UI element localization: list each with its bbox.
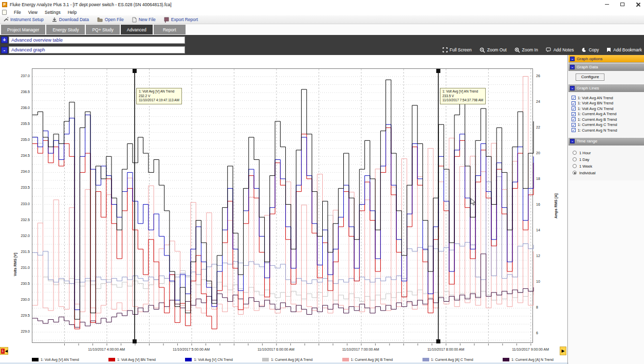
radio-button[interactable] (573, 157, 577, 161)
export-report-button[interactable]: Export Report (164, 17, 198, 23)
legend-item: 1: Current Avg [A] A Trend (262, 358, 312, 361)
new-file-button[interactable]: New File (132, 17, 156, 23)
menu-bar: File View Settings Help (0, 9, 644, 15)
cursor-handle[interactable] (436, 69, 440, 73)
tab-bar: Project ManagerEnergy StudyPQ+ StudyAdva… (0, 24, 644, 35)
radio-button[interactable] (573, 171, 577, 175)
tab[interactable]: Advanced (121, 25, 153, 34)
instrument-setup-button[interactable]: Instrument Setup (3, 17, 44, 22)
collapse-icon[interactable]: - (570, 65, 575, 69)
section-graph-row: - Advanced graph Full Screen Zoom Out Zo… (0, 45, 644, 55)
cursor-tooltip: 1: Volt Avg [V] AN Trend233.5 V11/10/201… (440, 88, 486, 104)
time-range-option: 1 Hour (573, 150, 644, 156)
add-notes-button[interactable]: Add Notes (546, 47, 574, 52)
section-title-overview[interactable]: Advanced overview table (9, 37, 185, 44)
close-button[interactable] (634, 1, 642, 8)
plot-area[interactable]: 1: Volt Avg [V] AN Trend232.2 V11/10/201… (32, 68, 533, 343)
checkbox[interactable]: ✓ (572, 101, 576, 105)
maximize-button[interactable] (618, 1, 627, 8)
menu-view[interactable]: View (28, 10, 38, 15)
y-tick-label-right: 18 (536, 177, 540, 180)
graph-line-row: ✓ 1: Volt Avg AN Trend (572, 95, 644, 101)
open-file-button[interactable]: Open File (97, 17, 124, 22)
y-tick-label-left: 236.0 (13, 106, 30, 110)
time-range-option: Individual (573, 170, 644, 176)
collapse-icon[interactable]: - (1, 47, 8, 53)
minimize-button[interactable] (603, 1, 611, 8)
graph-data-header[interactable]: - Graph Data (568, 63, 644, 71)
graph-line-row: ✓ 1: Current Avg B Trend (572, 117, 644, 122)
zoom-out-button[interactable]: Zoom Out (480, 47, 507, 53)
add-bookmark-button[interactable]: Add Bookmark (606, 47, 642, 52)
graph-line-row: ✓ 1: Current Avg N Trend (572, 128, 644, 133)
section-title-graph[interactable]: Advanced graph (9, 46, 185, 53)
copy-button[interactable]: Copy (581, 47, 599, 52)
bookmark-marker[interactable]: 1 ◀ (0, 347, 8, 355)
collapse-icon[interactable]: - (570, 139, 575, 143)
full-screen-button[interactable]: Full Screen (443, 47, 472, 52)
checkbox[interactable]: ✓ (572, 112, 576, 116)
tab[interactable]: PQ+ Study (86, 25, 119, 34)
graph-lines-list: ✓ 1: Volt Avg AN Trend ✓ 1: Volt Avg BN … (568, 92, 644, 137)
checkbox[interactable]: ✓ (572, 117, 576, 121)
legend-item: 1: Current Avg [A] N Trend (503, 358, 554, 361)
x-tick-label: 11/10/2017 7:00:00 AM (342, 348, 379, 351)
menu-help[interactable]: Help (68, 10, 77, 15)
time-range-header[interactable]: - Time range (568, 138, 644, 145)
y-tick-label-left: 237.0 (13, 74, 30, 78)
y-tick-label-left: 232.0 (13, 234, 30, 238)
y-tick-label-left: 235.5 (13, 122, 30, 125)
legend-swatch (342, 358, 349, 361)
y-tick-label-left: 234.0 (13, 170, 30, 173)
graph-options-header[interactable]: - Graph options (568, 55, 644, 63)
checkbox[interactable]: ✓ (572, 106, 576, 111)
cursor-tooltip: 1: Volt Avg [V] AN Trend232.2 V11/10/201… (136, 88, 182, 104)
report-icon (164, 17, 169, 23)
cursor-handle[interactable] (133, 339, 137, 343)
y-tick-label-left: 229.0 (13, 330, 30, 333)
chart-legend: 1: Volt Avg [V] AN Trend 1: Volt Avg [V]… (32, 356, 554, 363)
fullscreen-icon (443, 47, 448, 52)
checkbox[interactable]: ✓ (572, 123, 576, 127)
time-range-option: 1 Week (573, 163, 644, 170)
collapse-icon[interactable]: - (570, 57, 575, 61)
y-tick-label-left: 233.5 (13, 186, 30, 189)
legend-item: 1: Current Avg [A] B Trend (342, 358, 393, 361)
prev-bookmark-icon: ◀ (5, 349, 8, 354)
expand-icon[interactable]: + (1, 37, 8, 43)
next-bookmark-button[interactable]: ▶ (560, 347, 566, 355)
time-range-option: 1 Day (573, 156, 644, 163)
menu-file[interactable]: File (14, 10, 21, 15)
x-tick-label: 11/10/2017 9:00:00 AM (512, 348, 549, 351)
note-icon (546, 47, 551, 52)
graph-toolbar: Full Screen Zoom Out Zoom In Add Notes C… (443, 45, 642, 55)
section-overview-row: + Advanced overview table (0, 35, 644, 45)
radio-button[interactable] (573, 151, 577, 155)
radio-button[interactable] (573, 164, 577, 168)
y-tick-label-left: 235.0 (13, 138, 30, 141)
folder-icon (97, 17, 103, 22)
time-range-list: 1 Hour 1 Day 1 Week Individual (568, 145, 644, 180)
graph-lines-header[interactable]: - Graph Lines (568, 84, 644, 92)
tab[interactable]: Energy Study (46, 25, 85, 34)
y-tick-label-right: 16 (536, 203, 540, 206)
cursor-handle[interactable] (436, 339, 440, 343)
main-toolbar: Instrument Setup Download Data Open File… (0, 15, 644, 24)
legend-item: 1: Volt Avg [V] BN Trend (108, 358, 156, 361)
configure-button[interactable]: Configure (576, 74, 604, 81)
legend-swatch (108, 358, 115, 361)
checkbox[interactable]: ✓ (572, 128, 576, 132)
zoom-in-button[interactable]: Zoom In (514, 47, 538, 53)
graph-line-row: ✓ 1: Current Avg A Trend (572, 112, 644, 117)
collapse-icon[interactable]: - (570, 86, 575, 90)
menu-settings[interactable]: Settings (45, 10, 61, 15)
download-data-button[interactable]: Download Data (52, 17, 89, 22)
y-tick-label-right: 20 (536, 151, 540, 155)
tab[interactable]: Report (154, 25, 186, 34)
tab[interactable]: Project Manager (1, 25, 45, 34)
cursor-handle[interactable] (133, 69, 137, 73)
y-axis-left-title: Volts RMS [V] (13, 253, 17, 276)
x-tick-label: 11/10/2017 8:00:00 AM (427, 348, 464, 351)
checkbox[interactable]: ✓ (572, 96, 576, 100)
legend-swatch (185, 358, 192, 361)
